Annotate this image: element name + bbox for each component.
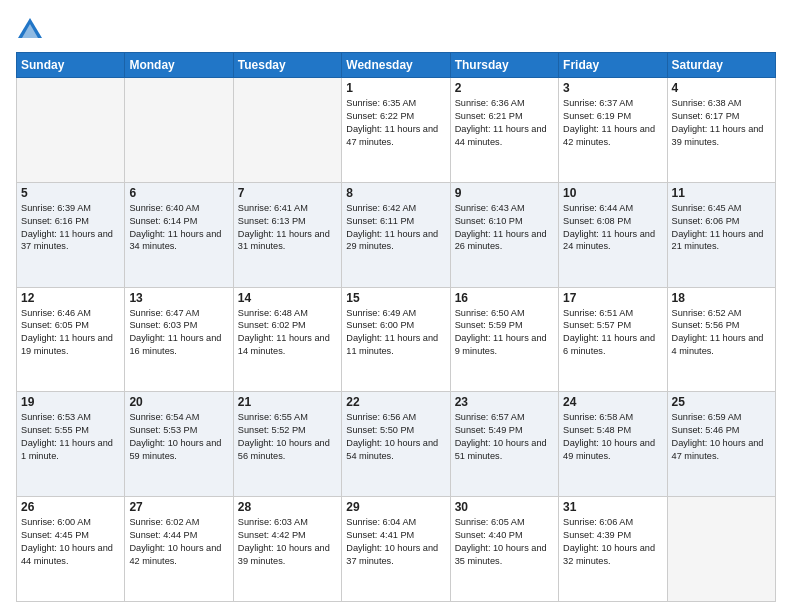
- day-info: Sunrise: 6:00 AM Sunset: 4:45 PM Dayligh…: [21, 516, 120, 568]
- day-cell: [17, 78, 125, 183]
- day-info: Sunrise: 6:55 AM Sunset: 5:52 PM Dayligh…: [238, 411, 337, 463]
- day-cell: 24Sunrise: 6:58 AM Sunset: 5:48 PM Dayli…: [559, 392, 667, 497]
- day-cell: 21Sunrise: 6:55 AM Sunset: 5:52 PM Dayli…: [233, 392, 341, 497]
- day-cell: 11Sunrise: 6:45 AM Sunset: 6:06 PM Dayli…: [667, 182, 775, 287]
- day-cell: 4Sunrise: 6:38 AM Sunset: 6:17 PM Daylig…: [667, 78, 775, 183]
- day-info: Sunrise: 6:37 AM Sunset: 6:19 PM Dayligh…: [563, 97, 662, 149]
- day-info: Sunrise: 6:52 AM Sunset: 5:56 PM Dayligh…: [672, 307, 771, 359]
- day-info: Sunrise: 6:06 AM Sunset: 4:39 PM Dayligh…: [563, 516, 662, 568]
- day-cell: 27Sunrise: 6:02 AM Sunset: 4:44 PM Dayli…: [125, 497, 233, 602]
- day-number: 21: [238, 395, 337, 409]
- day-number: 28: [238, 500, 337, 514]
- day-number: 25: [672, 395, 771, 409]
- day-number: 15: [346, 291, 445, 305]
- day-number: 17: [563, 291, 662, 305]
- day-cell: 26Sunrise: 6:00 AM Sunset: 4:45 PM Dayli…: [17, 497, 125, 602]
- day-info: Sunrise: 6:02 AM Sunset: 4:44 PM Dayligh…: [129, 516, 228, 568]
- day-info: Sunrise: 6:42 AM Sunset: 6:11 PM Dayligh…: [346, 202, 445, 254]
- logo: [16, 16, 48, 44]
- day-cell: 18Sunrise: 6:52 AM Sunset: 5:56 PM Dayli…: [667, 287, 775, 392]
- day-info: Sunrise: 6:41 AM Sunset: 6:13 PM Dayligh…: [238, 202, 337, 254]
- day-cell: 25Sunrise: 6:59 AM Sunset: 5:46 PM Dayli…: [667, 392, 775, 497]
- day-number: 26: [21, 500, 120, 514]
- day-number: 12: [21, 291, 120, 305]
- day-cell: 31Sunrise: 6:06 AM Sunset: 4:39 PM Dayli…: [559, 497, 667, 602]
- day-number: 10: [563, 186, 662, 200]
- day-info: Sunrise: 6:46 AM Sunset: 6:05 PM Dayligh…: [21, 307, 120, 359]
- day-cell: 22Sunrise: 6:56 AM Sunset: 5:50 PM Dayli…: [342, 392, 450, 497]
- day-number: 29: [346, 500, 445, 514]
- week-row-3: 12Sunrise: 6:46 AM Sunset: 6:05 PM Dayli…: [17, 287, 776, 392]
- day-cell: 28Sunrise: 6:03 AM Sunset: 4:42 PM Dayli…: [233, 497, 341, 602]
- day-cell: 30Sunrise: 6:05 AM Sunset: 4:40 PM Dayli…: [450, 497, 558, 602]
- day-cell: [667, 497, 775, 602]
- day-number: 24: [563, 395, 662, 409]
- day-cell: [233, 78, 341, 183]
- week-row-1: 1Sunrise: 6:35 AM Sunset: 6:22 PM Daylig…: [17, 78, 776, 183]
- day-number: 31: [563, 500, 662, 514]
- day-number: 22: [346, 395, 445, 409]
- week-row-2: 5Sunrise: 6:39 AM Sunset: 6:16 PM Daylig…: [17, 182, 776, 287]
- day-number: 18: [672, 291, 771, 305]
- calendar-table: SundayMondayTuesdayWednesdayThursdayFrid…: [16, 52, 776, 602]
- day-info: Sunrise: 6:58 AM Sunset: 5:48 PM Dayligh…: [563, 411, 662, 463]
- day-cell: 23Sunrise: 6:57 AM Sunset: 5:49 PM Dayli…: [450, 392, 558, 497]
- day-number: 1: [346, 81, 445, 95]
- day-cell: 9Sunrise: 6:43 AM Sunset: 6:10 PM Daylig…: [450, 182, 558, 287]
- header: [16, 12, 776, 44]
- day-cell: 8Sunrise: 6:42 AM Sunset: 6:11 PM Daylig…: [342, 182, 450, 287]
- day-info: Sunrise: 6:47 AM Sunset: 6:03 PM Dayligh…: [129, 307, 228, 359]
- day-cell: 14Sunrise: 6:48 AM Sunset: 6:02 PM Dayli…: [233, 287, 341, 392]
- day-cell: 17Sunrise: 6:51 AM Sunset: 5:57 PM Dayli…: [559, 287, 667, 392]
- day-number: 11: [672, 186, 771, 200]
- day-info: Sunrise: 6:53 AM Sunset: 5:55 PM Dayligh…: [21, 411, 120, 463]
- day-number: 6: [129, 186, 228, 200]
- day-number: 30: [455, 500, 554, 514]
- day-cell: 6Sunrise: 6:40 AM Sunset: 6:14 PM Daylig…: [125, 182, 233, 287]
- day-number: 2: [455, 81, 554, 95]
- day-cell: 12Sunrise: 6:46 AM Sunset: 6:05 PM Dayli…: [17, 287, 125, 392]
- day-number: 8: [346, 186, 445, 200]
- day-info: Sunrise: 6:50 AM Sunset: 5:59 PM Dayligh…: [455, 307, 554, 359]
- day-info: Sunrise: 6:59 AM Sunset: 5:46 PM Dayligh…: [672, 411, 771, 463]
- day-number: 4: [672, 81, 771, 95]
- day-cell: 19Sunrise: 6:53 AM Sunset: 5:55 PM Dayli…: [17, 392, 125, 497]
- day-cell: 7Sunrise: 6:41 AM Sunset: 6:13 PM Daylig…: [233, 182, 341, 287]
- day-cell: 29Sunrise: 6:04 AM Sunset: 4:41 PM Dayli…: [342, 497, 450, 602]
- col-header-monday: Monday: [125, 53, 233, 78]
- col-header-wednesday: Wednesday: [342, 53, 450, 78]
- day-cell: 3Sunrise: 6:37 AM Sunset: 6:19 PM Daylig…: [559, 78, 667, 183]
- day-number: 16: [455, 291, 554, 305]
- day-info: Sunrise: 6:03 AM Sunset: 4:42 PM Dayligh…: [238, 516, 337, 568]
- day-info: Sunrise: 6:49 AM Sunset: 6:00 PM Dayligh…: [346, 307, 445, 359]
- day-number: 14: [238, 291, 337, 305]
- day-info: Sunrise: 6:36 AM Sunset: 6:21 PM Dayligh…: [455, 97, 554, 149]
- day-info: Sunrise: 6:48 AM Sunset: 6:02 PM Dayligh…: [238, 307, 337, 359]
- day-info: Sunrise: 6:38 AM Sunset: 6:17 PM Dayligh…: [672, 97, 771, 149]
- week-row-5: 26Sunrise: 6:00 AM Sunset: 4:45 PM Dayli…: [17, 497, 776, 602]
- col-header-saturday: Saturday: [667, 53, 775, 78]
- day-cell: 15Sunrise: 6:49 AM Sunset: 6:00 PM Dayli…: [342, 287, 450, 392]
- day-number: 13: [129, 291, 228, 305]
- day-number: 7: [238, 186, 337, 200]
- day-info: Sunrise: 6:57 AM Sunset: 5:49 PM Dayligh…: [455, 411, 554, 463]
- col-header-tuesday: Tuesday: [233, 53, 341, 78]
- week-row-4: 19Sunrise: 6:53 AM Sunset: 5:55 PM Dayli…: [17, 392, 776, 497]
- day-cell: 13Sunrise: 6:47 AM Sunset: 6:03 PM Dayli…: [125, 287, 233, 392]
- day-info: Sunrise: 6:35 AM Sunset: 6:22 PM Dayligh…: [346, 97, 445, 149]
- day-info: Sunrise: 6:56 AM Sunset: 5:50 PM Dayligh…: [346, 411, 445, 463]
- day-cell: 5Sunrise: 6:39 AM Sunset: 6:16 PM Daylig…: [17, 182, 125, 287]
- logo-icon: [16, 16, 44, 44]
- day-cell: [125, 78, 233, 183]
- day-info: Sunrise: 6:40 AM Sunset: 6:14 PM Dayligh…: [129, 202, 228, 254]
- day-cell: 10Sunrise: 6:44 AM Sunset: 6:08 PM Dayli…: [559, 182, 667, 287]
- day-number: 20: [129, 395, 228, 409]
- day-number: 5: [21, 186, 120, 200]
- page: SundayMondayTuesdayWednesdayThursdayFrid…: [0, 0, 792, 612]
- day-info: Sunrise: 6:51 AM Sunset: 5:57 PM Dayligh…: [563, 307, 662, 359]
- day-number: 3: [563, 81, 662, 95]
- day-cell: 20Sunrise: 6:54 AM Sunset: 5:53 PM Dayli…: [125, 392, 233, 497]
- day-info: Sunrise: 6:39 AM Sunset: 6:16 PM Dayligh…: [21, 202, 120, 254]
- day-info: Sunrise: 6:54 AM Sunset: 5:53 PM Dayligh…: [129, 411, 228, 463]
- col-header-sunday: Sunday: [17, 53, 125, 78]
